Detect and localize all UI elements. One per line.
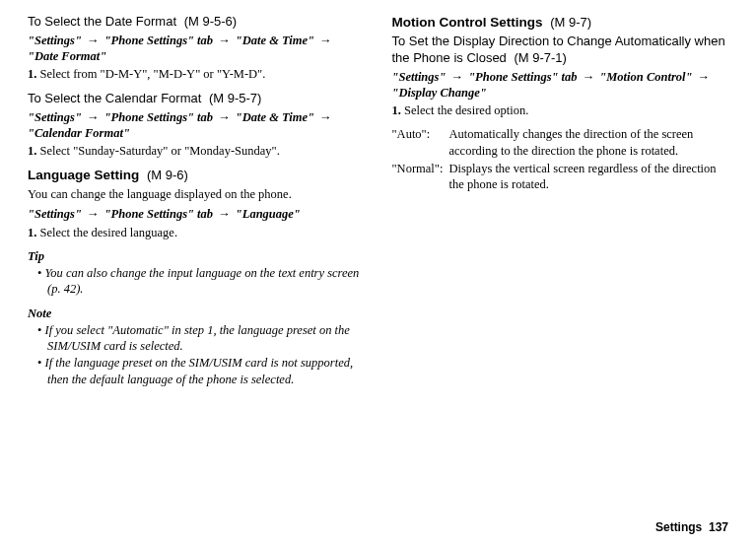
step-text: Select "Sunday-Saturday" or "Monday-Sund…: [40, 144, 280, 158]
page: To Select the Date Format (M 9-5-6) "Set…: [0, 0, 756, 544]
path-seg: "Phone Settings" tab: [104, 110, 213, 124]
tip-label: Tip: [28, 248, 365, 264]
step-text: Select the desired language.: [40, 226, 178, 239]
step-number: 1.: [28, 67, 36, 81]
heading-text: To Select the Date Format: [28, 14, 176, 29]
path-seg: "Settings": [28, 34, 82, 47]
path-seg: "Settings": [392, 70, 447, 84]
footer-section: Settings: [655, 520, 702, 534]
arrow-icon: →: [698, 70, 711, 84]
path-seg: "Phone Settings" tab: [104, 34, 213, 47]
tip-list: You can also change the input language o…: [28, 265, 365, 298]
body-text: You can change the language displayed on…: [28, 186, 365, 202]
step: 1. Select from "D-M-Y", "M-D-Y" or "Y-M-…: [28, 66, 365, 82]
nav-path-calendar-format: "Settings" → "Phone Settings" tab → "Dat…: [28, 109, 365, 142]
heading-text: To Select the Calendar Format: [28, 91, 201, 105]
heading-calendar-format: To Select the Calendar Format (M 9-5-7): [28, 91, 365, 107]
heading-motion-control: Motion Control Settings (M 9-7): [392, 14, 729, 32]
left-column: To Select the Date Format (M 9-5-6) "Set…: [28, 6, 378, 544]
definition-row: "Auto": Automatically changes the direct…: [392, 126, 729, 159]
step-number: 1.: [28, 144, 36, 158]
page-footer: Settings 137: [655, 520, 728, 536]
arrow-icon: →: [218, 110, 231, 124]
arrow-icon: →: [218, 207, 231, 221]
footer-page-number: 137: [709, 520, 728, 534]
arrow-icon: →: [87, 207, 100, 221]
step: 1. Select "Sunday-Saturday" or "Monday-S…: [28, 143, 365, 159]
path-seg: "Date Format": [28, 49, 106, 63]
definition-desc: Displays the vertical screen regardless …: [449, 161, 729, 193]
path-seg: "Language": [236, 207, 301, 221]
right-column: Motion Control Settings (M 9-7) To Set t…: [378, 6, 729, 544]
subheading-display-direction: To Set the Display Direction to Change A…: [392, 34, 729, 67]
definition-row: "Normal": Displays the vertical screen r…: [392, 161, 729, 193]
menu-code: (M 9-5-7): [209, 91, 261, 105]
definition-desc: Automatically changes the direction of t…: [449, 126, 729, 159]
menu-code: (M 9-7): [550, 15, 591, 30]
definition-term: "Auto":: [392, 126, 449, 159]
note-item: If you select "Automatic" in step 1, the…: [28, 322, 365, 355]
step-text: Select from "D-M-Y", "M-D-Y" or "Y-M-D".: [40, 67, 266, 81]
path-seg: "Motion Control": [599, 70, 692, 84]
step-number: 1.: [28, 226, 36, 239]
path-seg: "Date & Time": [236, 34, 314, 47]
path-seg: "Settings": [28, 207, 82, 221]
path-seg: "Settings": [28, 110, 82, 124]
arrow-icon: →: [319, 110, 332, 124]
path-seg: "Date & Time": [236, 110, 314, 124]
path-seg: "Calendar Format": [28, 126, 130, 140]
note-item: If the language preset on the SIM/USIM c…: [28, 355, 365, 387]
step-number: 1.: [392, 103, 401, 117]
heading-date-format: To Select the Date Format (M 9-5-6): [28, 14, 365, 31]
step-text: Select the desired option.: [404, 103, 528, 117]
heading-language-setting: Language Setting (M 9-6): [28, 167, 365, 184]
definition-term: "Normal":: [392, 161, 449, 193]
menu-code: (M 9-5-6): [184, 14, 237, 29]
nav-path-date-format: "Settings" → "Phone Settings" tab → "Dat…: [28, 33, 365, 65]
arrow-icon: →: [451, 70, 464, 84]
arrow-icon: →: [583, 70, 595, 84]
note-label: Note: [28, 306, 365, 321]
step: 1. Select the desired language.: [28, 225, 365, 240]
arrow-icon: →: [87, 110, 100, 124]
nav-path-motion-control: "Settings" → "Phone Settings" tab → "Mot…: [392, 69, 729, 102]
arrow-icon: →: [319, 34, 332, 47]
menu-code: (M 9-7-1): [514, 50, 566, 65]
step: 1. Select the desired option.: [392, 102, 729, 118]
menu-code: (M 9-6): [147, 168, 188, 182]
path-seg: "Phone Settings" tab: [104, 207, 213, 221]
arrow-icon: →: [218, 34, 231, 47]
tip-item: You can also change the input language o…: [28, 265, 365, 298]
path-seg: "Display Change": [392, 86, 487, 100]
nav-path-language: "Settings" → "Phone Settings" tab → "Lan…: [28, 206, 365, 222]
heading-text: Motion Control Settings: [392, 15, 543, 30]
path-seg: "Phone Settings" tab: [468, 70, 577, 84]
note-list: If you select "Automatic" in step 1, the…: [28, 322, 365, 387]
heading-text: Language Setting: [28, 168, 139, 182]
arrow-icon: →: [87, 34, 100, 47]
